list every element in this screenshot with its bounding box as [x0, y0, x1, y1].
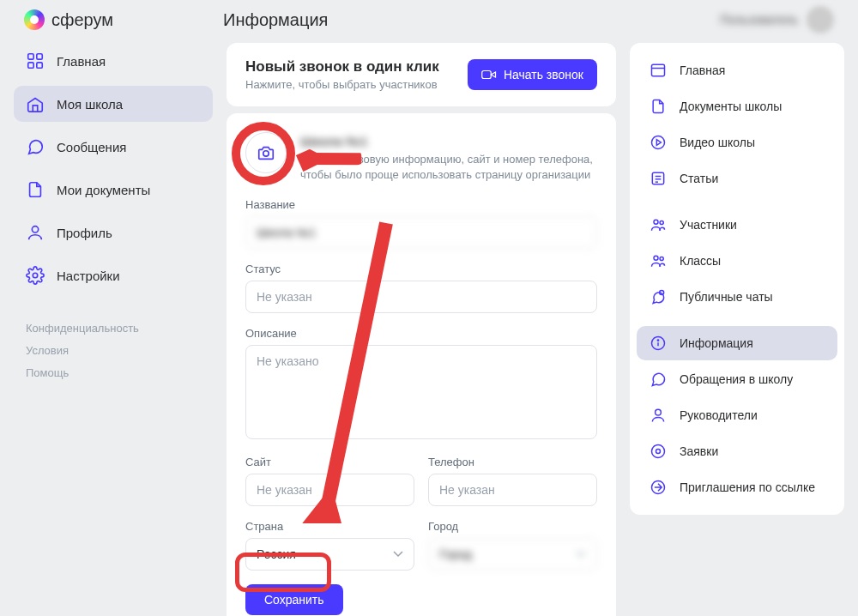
rnav-requests[interactable]: Заявки	[637, 434, 837, 468]
rnav-invites[interactable]: Приглашения по ссылке	[637, 470, 837, 504]
svg-point-5	[33, 273, 38, 278]
label-name: Название	[245, 198, 597, 211]
svg-point-17	[654, 256, 658, 260]
svg-point-25	[656, 450, 661, 454]
rnav-label: Приглашения по ссылке	[680, 480, 815, 494]
call-subtitle: Нажмите, чтобы выбрать участников	[245, 78, 439, 91]
select-city[interactable]: Город	[428, 538, 597, 571]
label-site: Сайт	[245, 456, 414, 468]
window-icon	[649, 61, 668, 80]
input-name[interactable]	[245, 216, 597, 249]
right-sidebar: Главная Документы школы Видео школы Стат…	[630, 43, 844, 616]
input-status[interactable]	[245, 281, 597, 313]
document-icon	[26, 180, 45, 199]
nav-label: Моя школа	[57, 97, 123, 112]
user-icon	[649, 406, 668, 425]
article-icon	[649, 169, 668, 188]
svg-point-15	[654, 220, 658, 224]
label-description: Описание	[245, 327, 597, 340]
link-help[interactable]: Помощь	[26, 366, 69, 379]
right-nav: Главная Документы школы Видео школы Стат…	[630, 43, 844, 515]
start-call-button[interactable]: Начать звонок	[468, 59, 597, 90]
nav-label: Мои документы	[57, 183, 150, 197]
svg-point-16	[660, 220, 663, 224]
gear-icon	[26, 266, 45, 285]
info-form-card: Школа №1 Укажите базовую информацию, сай…	[227, 113, 616, 616]
nav-label: Профиль	[57, 226, 112, 240]
nav-home[interactable]: Главная	[14, 43, 213, 79]
nav-messages[interactable]: Сообщения	[14, 129, 213, 165]
message-icon	[649, 370, 668, 389]
nav-settings[interactable]: Настройки	[14, 257, 213, 293]
page-title: Информация	[223, 10, 328, 30]
rnav-label: Участники	[680, 218, 737, 232]
svg-rect-0	[28, 54, 33, 59]
users-icon	[649, 251, 668, 270]
info-icon	[649, 334, 668, 353]
rnav-classes[interactable]: Классы	[637, 244, 837, 278]
label-country: Страна	[245, 520, 414, 533]
label-city: Город	[428, 520, 597, 533]
grid-icon	[26, 51, 45, 70]
rnav-label: Главная	[680, 63, 725, 77]
svg-rect-2	[28, 63, 33, 68]
call-card: Новый звонок в один клик Нажмите, чтобы …	[227, 43, 616, 106]
label-phone: Телефон	[428, 456, 597, 468]
rnav-leaders[interactable]: Руководители	[637, 398, 837, 432]
rnav-video[interactable]: Видео школы	[637, 125, 837, 160]
nav-profile[interactable]: Профиль	[14, 214, 213, 251]
svg-point-22	[657, 340, 658, 341]
nav-label: Сообщения	[57, 140, 126, 154]
user-area[interactable]: Пользователь	[720, 6, 834, 33]
rnav-docs[interactable]: Документы школы	[637, 89, 837, 124]
svg-rect-6	[482, 71, 492, 79]
svg-point-24	[652, 445, 665, 458]
header: сферум Информация Пользователь	[0, 0, 858, 43]
user-icon	[26, 223, 45, 242]
user-name: Пользователь	[720, 13, 798, 27]
svg-point-18	[660, 257, 663, 260]
document-icon	[649, 97, 668, 116]
footer-links: Конфиденциальность Условия Помощь	[14, 317, 213, 384]
svg-point-23	[656, 409, 662, 415]
select-country[interactable]: Россия	[245, 538, 414, 571]
camera-icon	[257, 143, 275, 162]
rnav-label: Статьи	[680, 172, 718, 185]
avatar[interactable]	[807, 6, 834, 33]
rnav-appeals[interactable]: Обращения в школу	[637, 362, 837, 396]
nav-label: Главная	[57, 54, 106, 69]
input-phone[interactable]	[428, 474, 597, 506]
rnav-info[interactable]: Информация	[637, 326, 837, 360]
svg-rect-1	[37, 54, 42, 59]
rnav-home[interactable]: Главная	[637, 53, 837, 88]
input-site[interactable]	[245, 474, 414, 506]
rnav-label: Обращения в школу	[680, 372, 793, 386]
chat-icon	[649, 287, 668, 306]
nav-label: Настройки	[57, 269, 120, 283]
button-label: Начать звонок	[504, 68, 583, 82]
nav-documents[interactable]: Мои документы	[14, 172, 213, 208]
video-icon	[481, 69, 497, 81]
logo[interactable]: сферум	[24, 9, 223, 30]
logo-icon	[24, 9, 45, 30]
left-sidebar: Главная Моя школа Сообщения Мои документ…	[14, 43, 213, 616]
rnav-label: Информация	[680, 336, 753, 350]
save-button[interactable]: Сохранить	[245, 584, 343, 615]
rnav-label: Руководители	[680, 408, 758, 422]
rnav-label: Видео школы	[680, 136, 755, 149]
circle-icon	[649, 442, 668, 461]
main-column: Новый звонок в один клик Нажмите, чтобы …	[227, 43, 616, 616]
upload-avatar-button[interactable]	[245, 132, 287, 173]
info-help-text: Укажите базовую информацию, сайт и номер…	[300, 152, 597, 183]
link-terms[interactable]: Условия	[26, 344, 69, 357]
rnav-label: Документы школы	[680, 100, 782, 113]
svg-rect-8	[652, 64, 665, 75]
rnav-articles[interactable]: Статьи	[637, 161, 837, 196]
rnav-public-chats[interactable]: Публичные чаты	[637, 280, 837, 314]
nav-my-school[interactable]: Моя школа	[14, 86, 213, 122]
input-description[interactable]	[245, 345, 597, 439]
rnav-members[interactable]: Участники	[637, 208, 837, 242]
link-privacy[interactable]: Конфиденциальность	[26, 322, 139, 335]
rnav-label: Классы	[680, 254, 721, 268]
school-name-heading: Школа №1	[300, 134, 597, 148]
